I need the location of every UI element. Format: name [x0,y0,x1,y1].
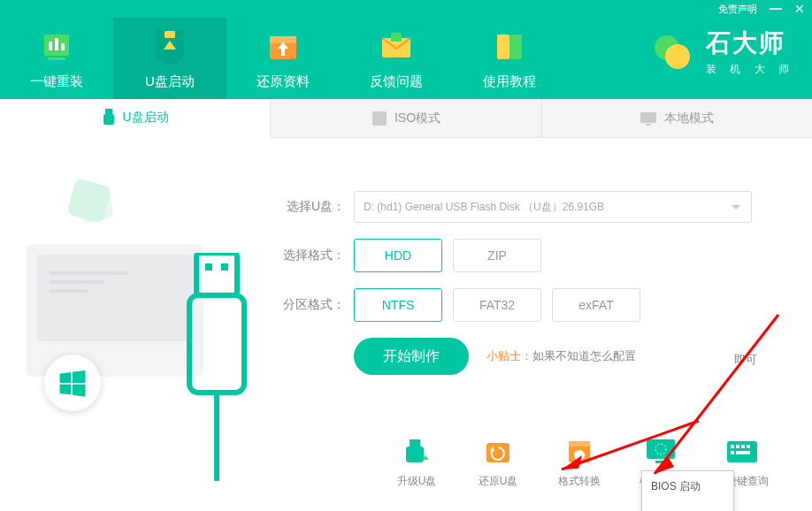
nav-feedback[interactable]: 反馈问题 [340,18,453,99]
usb-large-icon [186,253,248,483]
tab-usb-boot[interactable]: U盘启动 [0,99,271,138]
fs-label: 分区格式： [283,297,345,313]
main-content: 选择U盘： D: (hd1) General USB Flash Disk （U… [0,138,812,511]
format-label: 选择格式： [283,248,345,263]
bottom-upgrade-usb[interactable]: 升级U盘 [389,435,444,489]
svg-rect-20 [205,263,212,271]
brand-subtitle: 装 机 大 师 [706,62,794,77]
svg-rect-1 [49,42,52,50]
start-make-button[interactable]: 开始制作 [354,338,469,375]
titlebar: 免责声明 ✕ [0,0,812,18]
svg-rect-37 [747,445,750,448]
usb-icon [102,109,116,126]
svg-rect-36 [741,445,745,448]
nav-usb-boot[interactable]: U盘启动 [113,18,226,99]
svg-rect-15 [103,114,114,125]
svg-rect-17 [640,112,656,123]
nav-tutorial[interactable]: 使用教程 [453,18,566,99]
bottom-restore-usb[interactable]: 还原U盘 [471,435,525,489]
usb-upgrade-icon [400,435,433,469]
tip-tail: 即可 [734,352,757,368]
book-icon [490,27,529,66]
minimize-button[interactable] [770,8,782,10]
header-nav: 一键重装 U盘启动 还原资料 反馈问题 使用教程 石大师 装 机 大 师 [0,18,812,99]
brand: 石大师 装 机 大 师 [651,27,794,77]
fs-ntfs-button[interactable]: NTFS [354,288,442,322]
upload-box-icon [264,27,303,66]
keyboard-icon [725,435,759,469]
restore-icon [481,435,515,469]
svg-rect-11 [509,34,522,59]
svg-rect-19 [196,253,237,295]
illustration [27,182,257,465]
svg-rect-14 [105,109,112,114]
svg-rect-2 [55,38,58,50]
nav-label: 还原资料 [257,73,310,90]
nav-label: 反馈问题 [370,73,423,90]
tab-label: ISO模式 [395,111,440,126]
svg-rect-16 [372,111,387,126]
popup-uefi-x32[interactable]: UEFI 模拟(x32) [642,502,733,511]
nav-label: 一键重装 [30,73,83,90]
svg-rect-10 [497,34,509,59]
svg-rect-35 [736,445,739,448]
monitor-icon [640,111,657,126]
nav-one-click-reinstall[interactable]: 一键重装 [0,18,113,99]
mode-tabbar: U盘启动 ISO模式 本地模式 [0,99,812,138]
tab-local-mode[interactable]: 本地模式 [542,99,812,137]
disclaimer-link[interactable]: 免责声明 [718,3,757,16]
svg-point-13 [665,44,690,69]
tip-text: 小贴士：如果不知道怎么配置 [486,348,636,364]
mail-icon [377,27,416,66]
tab-iso-mode[interactable]: ISO模式 [271,99,541,137]
svg-rect-38 [731,451,734,454]
usb-select-value: D: (hd1) General USB Flash Disk （U盘）26.9… [364,200,604,215]
windows-badge-icon [44,355,101,411]
format-zip-button[interactable]: ZIP [453,239,541,272]
form: 选择U盘： D: (hd1) General USB Flash Disk （U… [283,191,778,391]
tab-label: 本地模式 [664,111,714,126]
bar-chart-icon [37,27,76,66]
svg-rect-7 [270,36,296,43]
svg-rect-24 [410,439,420,446]
svg-rect-21 [221,263,228,271]
svg-rect-4 [48,57,65,60]
close-button[interactable]: ✕ [794,2,805,16]
svg-rect-22 [189,295,244,393]
brand-title: 石大师 [706,27,794,60]
svg-rect-30 [647,439,675,459]
bottom-format-convert[interactable]: 格式转换 [552,435,607,489]
tab-label: U盘启动 [123,110,169,126]
select-usb-label: 选择U盘： [283,199,345,215]
brand-logo-icon [651,30,695,74]
svg-point-29 [574,450,585,461]
usb-select[interactable]: D: (hd1) General USB Flash Disk （U盘）26.9… [354,191,752,223]
svg-rect-39 [736,451,750,454]
svg-rect-9 [391,33,402,42]
disk-icon [563,435,596,469]
monitor-boot-icon [644,435,678,469]
nav-label: 使用教程 [483,73,536,90]
svg-rect-3 [61,43,65,50]
format-hdd-button[interactable]: HDD [354,239,442,272]
nav-label: U盘启动 [145,73,195,90]
shield-usb-icon [150,27,189,66]
popup-bios-boot[interactable]: BIOS 启动 [642,471,733,502]
svg-rect-34 [731,445,734,448]
fs-exfat-button[interactable]: exFAT [552,288,640,322]
iso-icon [372,111,387,126]
svg-rect-18 [646,124,651,126]
nav-restore-data[interactable]: 还原资料 [226,18,340,99]
svg-rect-32 [655,461,666,463]
svg-rect-25 [406,446,424,462]
simulate-boot-popup: BIOS 启动 UEFI 模拟(x32) UEFI 模拟(x64) [641,470,734,511]
svg-rect-28 [569,441,590,446]
svg-rect-5 [165,31,175,38]
fs-fat32-button[interactable]: FAT32 [453,288,541,322]
